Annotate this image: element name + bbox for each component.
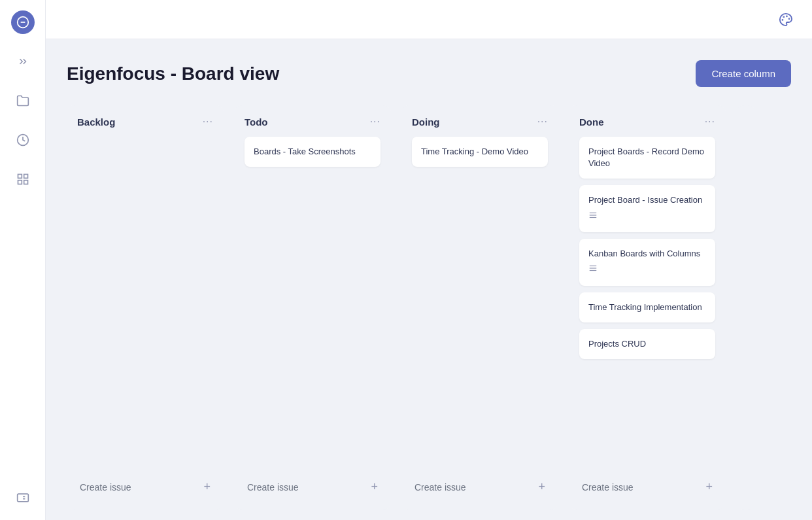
- svg-point-11: [787, 16, 787, 16]
- folder-icon[interactable]: [11, 89, 35, 113]
- create-issue-done[interactable]: Create issue +: [579, 475, 715, 499]
- svg-rect-7: [17, 494, 28, 502]
- card-text: Time Tracking - Demo Video: [421, 147, 528, 156]
- create-issue-done-label: Create issue: [582, 482, 634, 493]
- card-icons: [588, 211, 706, 224]
- dashboard-icon[interactable]: [11, 167, 35, 191]
- column-title-doing: Doing: [412, 116, 440, 128]
- card-time-tracking-impl[interactable]: Time Tracking Implementation: [579, 292, 715, 322]
- svg-rect-4: [24, 175, 27, 179]
- column-title-backlog: Backlog: [77, 116, 115, 128]
- plus-icon-doing: +: [538, 480, 545, 494]
- create-issue-backlog-label: Create issue: [80, 482, 131, 493]
- id-card-icon[interactable]: [11, 486, 35, 510]
- column-menu-done[interactable]: ···: [705, 116, 715, 128]
- create-issue-todo-label: Create issue: [247, 482, 299, 493]
- card-text: Projects CRUD: [588, 339, 646, 349]
- svg-point-13: [783, 16, 784, 17]
- svg-rect-6: [18, 181, 22, 184]
- create-issue-backlog[interactable]: Create issue +: [77, 475, 213, 499]
- card-icons: [588, 264, 706, 277]
- card-text: Kanban Boards with Columns: [588, 249, 700, 258]
- create-column-button[interactable]: Create column: [696, 60, 791, 87]
- column-menu-todo[interactable]: ···: [370, 116, 381, 128]
- content-area: Eigenfocus - Board view Create column Ba…: [46, 39, 812, 520]
- column-menu-backlog[interactable]: ···: [203, 116, 213, 128]
- card-text: Project Board - Issue Creation: [588, 195, 702, 205]
- column-menu-doing[interactable]: ···: [537, 116, 548, 128]
- plus-icon-todo: +: [371, 480, 378, 494]
- plus-icon-backlog: +: [203, 480, 211, 494]
- minus-circle-icon[interactable]: [11, 10, 35, 34]
- svg-point-12: [789, 18, 790, 19]
- column-todo: Todo ··· Boards - Take Screenshots Creat…: [234, 105, 391, 510]
- chevrons-right-icon[interactable]: [11, 50, 35, 73]
- topbar: [46, 0, 812, 39]
- card-kanban-boards[interactable]: Kanban Boards with Columns: [579, 239, 715, 286]
- column-header-done: Done ···: [579, 116, 715, 128]
- card-projects-crud[interactable]: Projects CRUD: [579, 329, 715, 359]
- column-title-done: Done: [579, 116, 604, 128]
- content-header: Eigenfocus - Board view Create column: [67, 60, 791, 87]
- create-issue-doing[interactable]: Create issue +: [412, 475, 548, 499]
- board: Backlog ··· Create issue + Todo ··· Boar…: [67, 105, 791, 520]
- card-text: Boards - Take Screenshots: [254, 147, 356, 156]
- svg-rect-5: [24, 181, 27, 184]
- create-issue-doing-label: Create issue: [414, 482, 466, 493]
- column-partial-hint: [736, 105, 756, 510]
- card-boards-screenshots[interactable]: Boards - Take Screenshots: [245, 137, 381, 167]
- column-doing: Doing ··· Time Tracking - Demo Video Cre…: [401, 105, 558, 510]
- svg-rect-3: [18, 175, 22, 179]
- column-done: Done ··· Project Boards - Record Demo Vi…: [569, 105, 726, 510]
- plus-icon-done: +: [705, 480, 713, 494]
- create-issue-todo[interactable]: Create issue +: [245, 475, 381, 499]
- card-text: Time Tracking Implementation: [588, 302, 702, 312]
- column-header-doing: Doing ···: [412, 116, 548, 128]
- column-backlog: Backlog ··· Create issue +: [67, 105, 224, 510]
- column-header-backlog: Backlog ···: [77, 116, 213, 128]
- clock-icon[interactable]: [11, 128, 35, 152]
- card-project-board-issue-creation[interactable]: Project Board - Issue Creation: [579, 185, 715, 232]
- page-title: Eigenfocus - Board view: [67, 63, 279, 84]
- column-title-todo: Todo: [245, 116, 268, 128]
- sidebar: [0, 0, 46, 520]
- svg-point-14: [783, 20, 783, 20]
- card-project-boards-record[interactable]: Project Boards - Record Demo Video: [579, 137, 715, 179]
- column-header-todo: Todo ···: [245, 116, 381, 128]
- palette-icon[interactable]: [775, 9, 796, 30]
- card-time-tracking-demo[interactable]: Time Tracking - Demo Video: [412, 137, 548, 167]
- main-area: Eigenfocus - Board view Create column Ba…: [46, 0, 812, 520]
- card-text: Project Boards - Record Demo Video: [588, 147, 704, 168]
